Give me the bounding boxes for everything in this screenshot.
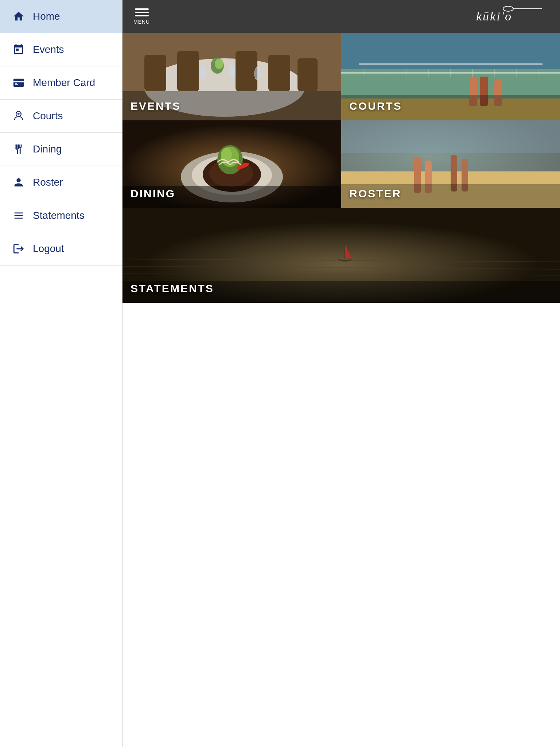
sidebar-item-dining[interactable]: Dining: [0, 133, 122, 166]
svg-rect-0: [13, 79, 24, 87]
sidebar-item-label: Roster: [33, 177, 63, 188]
tile-label-courts: COURTS: [349, 100, 402, 112]
logout-icon: [11, 243, 26, 255]
menu-label: MENU: [133, 19, 150, 25]
roster-icon: [11, 176, 26, 189]
statements-icon: [11, 209, 26, 222]
svg-text:kūki'o: kūki'o: [476, 9, 512, 23]
sidebar-item-label: Logout: [33, 243, 64, 255]
svg-rect-16: [298, 58, 318, 91]
svg-rect-15: [268, 55, 290, 91]
home-icon: [11, 10, 26, 23]
svg-rect-23: [341, 33, 560, 69]
sidebar-item-courts[interactable]: Courts: [0, 100, 122, 133]
sidebar-item-statements[interactable]: Statements: [0, 199, 122, 232]
svg-point-19: [254, 67, 260, 80]
sidebar-item-events[interactable]: Events: [0, 33, 122, 66]
sidebar-item-label: Statements: [33, 210, 85, 221]
hamburger-bar: [135, 12, 149, 13]
sidebar-item-label: Events: [33, 44, 64, 55]
tile-events[interactable]: EVENTS: [122, 33, 341, 120]
tile-roster[interactable]: ROSTER: [341, 120, 560, 208]
sidebar: Home Events Member Card Courts Dining Ro…: [0, 0, 122, 747]
dining-icon: [11, 143, 26, 155]
tile-statements[interactable]: STATEMENTS: [122, 208, 560, 303]
hamburger-bar: [135, 15, 149, 16]
sidebar-item-label: Home: [33, 11, 60, 22]
sidebar-item-label: Courts: [33, 110, 63, 122]
sidebar-item-roster[interactable]: Roster: [0, 166, 122, 199]
tile-label-statements: STATEMENTS: [131, 282, 214, 295]
svg-point-21: [215, 59, 223, 69]
events-icon: [11, 43, 26, 56]
tile-dining[interactable]: DINING: [122, 120, 341, 208]
svg-rect-13: [177, 51, 199, 91]
tile-courts[interactable]: COURTS: [341, 33, 560, 120]
tile-label-dining: DINING: [131, 187, 175, 200]
sidebar-item-logout[interactable]: Logout: [0, 232, 122, 266]
hamburger-bar: [135, 8, 149, 10]
svg-point-18: [229, 65, 235, 78]
courts-icon: [11, 110, 26, 122]
svg-rect-14: [236, 51, 257, 91]
sidebar-item-member-card[interactable]: Member Card: [0, 66, 122, 100]
svg-rect-3: [15, 84, 18, 85]
empty-area: [122, 390, 560, 747]
member-card-icon: [11, 77, 26, 89]
tile-label-events: EVENTS: [131, 100, 181, 112]
svg-rect-53: [341, 120, 560, 153]
sidebar-item-home[interactable]: Home: [0, 0, 122, 33]
main-content: MENU kūki'o: [122, 0, 560, 747]
sidebar-item-label: Member Card: [33, 77, 95, 89]
menu-button[interactable]: MENU: [133, 8, 150, 25]
svg-point-17: [200, 66, 206, 80]
app-header: MENU kūki'o: [122, 0, 560, 33]
sidebar-item-label: Dining: [33, 143, 62, 155]
svg-rect-2: [15, 83, 17, 84]
tiles-grid: EVENTS: [122, 33, 560, 390]
svg-rect-12: [144, 55, 166, 91]
tile-label-roster: ROSTER: [349, 187, 401, 200]
app-logo: kūki'o: [469, 5, 549, 28]
